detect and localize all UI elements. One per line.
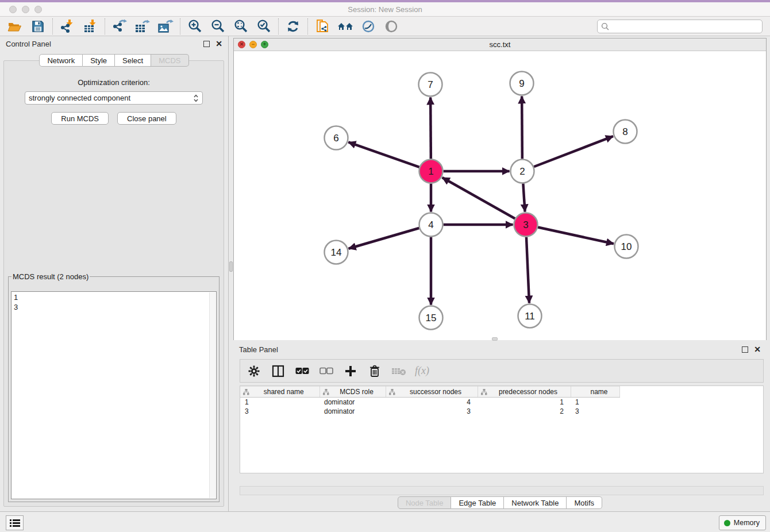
export-table-icon[interactable] [131,18,154,35]
delete-icon[interactable] [367,363,383,380]
mcds-result-title: MCDS result (2 nodes) [11,272,90,281]
svg-text:14: 14 [331,247,342,258]
save-session-icon[interactable] [26,18,49,35]
cell-predecessor-nodes[interactable]: 1 [478,398,571,407]
columns-icon[interactable] [270,363,286,380]
tab-style[interactable]: Style [83,54,115,67]
table-panel: Table Panel ✕ f(x) shared nameMCDS roles… [233,342,767,510]
run-mcds-button[interactable]: Run MCDS [51,112,109,125]
delete-table-icon [391,363,407,380]
graph-node-14[interactable]: 14 [325,241,348,264]
table-row[interactable]: 3dominator323 [240,407,619,416]
table-panel-title: Table Panel [239,345,742,354]
graph-node-10[interactable]: 10 [615,235,638,259]
add-column-icon[interactable] [342,363,359,380]
tab-motifs[interactable]: Motifs [567,496,602,509]
fit-content-icon[interactable] [229,18,252,35]
search-field[interactable] [597,20,763,33]
cell-shared-name[interactable]: 1 [240,398,319,407]
cell-predecessor-nodes[interactable]: 2 [478,407,571,416]
graph-edge-2-8[interactable] [534,136,613,167]
criterion-select[interactable]: strongly connected component [25,91,203,105]
graph-edge-3-10[interactable] [538,228,614,244]
graph-node-4[interactable]: 4 [419,213,443,237]
graph-node-1[interactable]: 1 [419,160,443,183]
graph-node-3[interactable]: 3 [514,213,538,237]
mcds-result-line: 3 [14,302,214,312]
network-graph: 7968124314101511 [234,51,766,340]
cell-name[interactable]: 1 [571,398,619,407]
graph-edge-1-7[interactable] [430,97,431,159]
tab-select[interactable]: Select [115,54,151,67]
clone-network-icon[interactable] [311,18,334,35]
visual-style-icon[interactable] [357,18,380,35]
svg-text:7: 7 [428,79,433,90]
graph-node-15[interactable]: 15 [419,306,443,330]
close-panel-button[interactable]: Close panel [117,112,176,125]
tab-edge-table[interactable]: Edge Table [451,496,504,509]
select-all-icon[interactable] [294,363,310,380]
search-input[interactable] [611,21,762,32]
graph-edge-2-3[interactable] [523,183,525,211]
close-panel-icon[interactable]: ✕ [215,41,222,47]
task-list-button[interactable] [6,515,24,530]
export-network-icon[interactable] [108,18,131,35]
column-header-successor-nodes[interactable]: successor nodes [386,387,478,398]
zoom-selected-icon[interactable] [252,18,275,35]
apply-layout-icon[interactable] [282,18,305,35]
graph-node-2[interactable]: 2 [511,160,534,183]
graph-edge-4-14[interactable] [349,228,419,249]
toolbar-separator [278,18,279,34]
deselect-all-icon[interactable] [318,363,334,380]
cell-shared-name[interactable]: 3 [240,407,319,416]
network-window-titlebar[interactable]: ✕ − + scc.txt [234,38,766,51]
cell-name[interactable]: 3 [571,407,619,416]
vertical-splitter-handle[interactable] [229,261,233,272]
import-network-icon[interactable] [56,18,79,35]
node-table[interactable]: shared nameMCDS rolesuccessor nodesprede… [240,385,764,473]
cell-successor-nodes[interactable]: 4 [386,398,478,407]
first-neighbors-icon[interactable] [334,18,357,35]
graph-edge-1-6[interactable] [348,142,419,167]
column-header-MCDS-role[interactable]: MCDS role [319,387,386,398]
show-details-icon[interactable] [380,18,403,35]
column-header-shared-name[interactable]: shared name [240,387,319,398]
mcds-result-text[interactable]: 13 [11,291,217,499]
horizontal-splitter-handle[interactable] [492,337,498,341]
table-row[interactable]: 1dominator411 [240,398,619,407]
graph-node-7[interactable]: 7 [419,73,442,97]
tab-node-table[interactable]: Node Table [398,496,452,509]
cell-MCDS-role[interactable]: dominator [319,407,386,416]
tab-network[interactable]: Network [39,54,83,67]
gear-icon[interactable] [246,363,262,380]
column-header-predecessor-nodes[interactable]: predecessor nodes [478,387,571,398]
graph-edge-3-11[interactable] [526,237,529,303]
column-header-name[interactable]: name [571,387,619,398]
graph-node-6[interactable]: 6 [325,126,348,150]
node-table-grid[interactable]: shared nameMCDS rolesuccessor nodesprede… [240,386,620,416]
zoom-in-icon[interactable] [183,18,206,35]
import-table-icon[interactable] [79,18,102,35]
graph-edge-3-1[interactable] [442,178,515,218]
float-table-panel-icon[interactable] [742,346,748,353]
export-image-icon[interactable] [154,18,177,35]
table-hscroll[interactable] [240,486,764,495]
close-table-panel-icon[interactable]: ✕ [754,346,761,353]
graph-node-9[interactable]: 9 [510,72,534,95]
graph-node-11[interactable]: 11 [518,304,542,328]
svg-text:3: 3 [523,219,528,230]
graph-node-8[interactable]: 8 [614,120,637,144]
cell-successor-nodes[interactable]: 3 [386,407,478,416]
zoom-out-icon[interactable] [206,18,229,35]
tab-mcds[interactable]: MCDS [151,54,188,67]
control-panel-title: Control Panel [6,40,203,48]
function-builder-icon: f(x) [415,365,429,377]
open-file-icon[interactable] [3,18,26,35]
cell-MCDS-role[interactable]: dominator [319,398,386,407]
memory-button[interactable]: Memory [719,515,766,530]
mcds-result-scrollbar[interactable] [209,292,215,498]
float-panel-icon[interactable] [203,41,210,47]
tab-network-table[interactable]: Network Table [504,496,567,509]
network-canvas[interactable]: 7968124314101511 [234,51,766,340]
graph-edge-2-9[interactable] [522,96,522,159]
